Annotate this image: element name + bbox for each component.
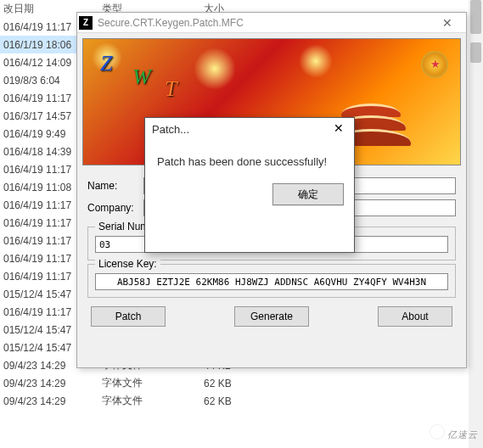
scroll-thumb[interactable] — [470, 42, 481, 63]
firework-icon — [299, 44, 333, 78]
firework-icon — [194, 48, 236, 90]
cell-type: 字体文件 — [102, 376, 204, 390]
about-button[interactable]: About — [378, 306, 452, 327]
license-legend: License Key: — [95, 258, 160, 270]
cloud-icon — [430, 424, 445, 440]
ok-button[interactable]: 确定 — [272, 183, 344, 205]
patch-button[interactable]: Patch — [91, 306, 166, 327]
vertical-scrollbar[interactable] — [469, 0, 483, 448]
button-row: Patch Generate About — [77, 301, 466, 335]
window-title: Secure.CRT.Keygen.Patch.MFC — [98, 17, 430, 29]
banner-letter-z: Z — [100, 51, 112, 76]
cell-date: 09/4/23 14:29 — [0, 395, 102, 407]
cell-date: 09/4/23 14:29 — [0, 378, 102, 389]
table-row[interactable]: 09/4/23 14:29字体文件62 KB — [0, 374, 323, 392]
scroll-thumb[interactable] — [470, 0, 481, 34]
dialog-message: Patch has been done successfully! — [145, 140, 354, 175]
banner-letter-t: T — [165, 76, 177, 102]
license-groupbox: License Key: — [87, 264, 456, 298]
table-row[interactable]: 09/4/23 14:29字体文件62 KB — [0, 392, 323, 410]
cell-type: 字体文件 — [102, 394, 204, 408]
cell-size: 62 KB — [204, 378, 255, 389]
patch-dialog: Patch... ✕ Patch has been done successfu… — [144, 117, 355, 253]
company-label: Company: — [87, 202, 143, 214]
license-input[interactable] — [95, 273, 448, 290]
name-label: Name: — [87, 180, 143, 192]
generate-button[interactable]: Generate — [234, 306, 309, 327]
cell-size: 62 KB — [204, 395, 255, 407]
close-icon[interactable]: ✕ — [329, 121, 349, 135]
dialog-title: Patch... — [145, 118, 354, 140]
titlebar[interactable]: Z Secure.CRT.Keygen.Patch.MFC ✕ — [77, 13, 466, 33]
app-icon: Z — [79, 16, 93, 30]
star-icon: ★ — [430, 58, 441, 70]
watermark-text: 亿速云 — [447, 428, 478, 441]
close-icon[interactable]: ✕ — [430, 16, 464, 30]
banner-letter-w: W — [132, 64, 151, 90]
